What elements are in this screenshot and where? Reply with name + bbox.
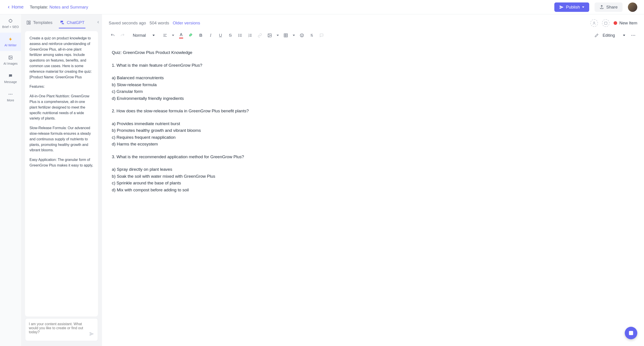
bullet-list-icon xyxy=(238,33,242,38)
top-header: Home Template: Notes and Summary Publish… xyxy=(0,0,644,14)
paragraph-style-select[interactable]: Normal xyxy=(130,32,157,39)
svg-rect-11 xyxy=(29,21,30,23)
numbered-list-button[interactable]: 123 xyxy=(246,31,254,39)
chevron-down-icon xyxy=(172,35,174,36)
publish-button[interactable]: Publish xyxy=(554,3,589,12)
link-icon xyxy=(258,33,262,38)
chevron-down-icon xyxy=(623,35,625,36)
chat-message: Create a quiz on product knowledge to as… xyxy=(30,36,94,80)
svg-rect-44 xyxy=(629,331,633,335)
save-status: Saved seconds ago xyxy=(109,21,146,26)
redo-button[interactable] xyxy=(118,31,126,39)
svg-point-6 xyxy=(10,57,10,57)
chat-input-wrap xyxy=(25,318,98,341)
tab-templates[interactable]: Templates xyxy=(26,18,54,29)
undo-icon xyxy=(110,33,115,38)
toolbar: Normal A B I U S 123 Editing xyxy=(102,30,644,43)
status-dot-icon xyxy=(614,21,617,25)
svg-rect-10 xyxy=(27,21,28,25)
highlight-button[interactable] xyxy=(187,31,195,39)
home-link[interactable]: Home xyxy=(7,5,24,10)
table-dropdown[interactable] xyxy=(292,31,296,39)
svg-point-41 xyxy=(632,35,632,36)
user-icon xyxy=(592,21,596,25)
avatar[interactable] xyxy=(628,3,637,12)
chat-feature-1: All-in-One Plant Nutrition: GreenGrow Pl… xyxy=(30,94,94,121)
upload-icon xyxy=(600,5,604,10)
chat-input[interactable] xyxy=(29,322,89,337)
template-link[interactable]: Notes and Summary xyxy=(50,5,88,10)
answers-2: a) Provides immediate nutrient burst b) … xyxy=(112,121,634,148)
clear-format-icon xyxy=(310,33,314,38)
due-date-placeholder[interactable] xyxy=(602,19,610,27)
image-icon xyxy=(8,55,13,60)
svg-point-38 xyxy=(300,34,304,37)
word-count: 504 words xyxy=(150,21,169,26)
more-button[interactable] xyxy=(629,31,637,39)
chat-bubbles-icon xyxy=(60,20,64,25)
svg-point-8 xyxy=(10,94,11,95)
chevron-left-icon xyxy=(7,5,11,9)
underline-button[interactable]: U xyxy=(216,31,224,39)
svg-point-22 xyxy=(238,36,239,37)
dots-icon xyxy=(631,35,636,36)
svg-point-33 xyxy=(269,35,270,35)
comment-button[interactable] xyxy=(318,31,326,39)
bold-button[interactable]: B xyxy=(197,31,205,39)
clear-format-button[interactable] xyxy=(308,31,316,39)
numbered-list-icon: 123 xyxy=(248,33,252,38)
svg-point-40 xyxy=(302,35,303,35)
document-body[interactable]: Quiz: GreenGrow Plus Product Knowledge 1… xyxy=(102,43,644,346)
sidebar-item-ai-writer[interactable]: AI Writer xyxy=(0,33,21,51)
editing-mode-select[interactable]: Editing xyxy=(600,32,628,39)
sidebar-item-ai-images[interactable]: AI Images xyxy=(0,51,21,69)
chevron-left-icon xyxy=(96,20,100,24)
strike-button[interactable]: S xyxy=(226,31,234,39)
collapse-panel-button[interactable] xyxy=(96,20,100,25)
svg-rect-12 xyxy=(29,23,30,25)
assignee-placeholder[interactable] xyxy=(590,19,598,27)
sidebar-item-more[interactable]: More xyxy=(0,88,21,106)
highlight-icon xyxy=(189,33,193,38)
send-button[interactable] xyxy=(89,331,94,337)
bolt-icon xyxy=(8,37,13,42)
svg-rect-14 xyxy=(604,22,607,25)
svg-point-39 xyxy=(301,35,302,35)
align-dropdown[interactable] xyxy=(171,31,175,39)
image-dropdown[interactable] xyxy=(276,31,280,39)
svg-text:3: 3 xyxy=(248,36,249,37)
versions-link[interactable]: Older versions xyxy=(173,21,200,26)
chevron-down-icon xyxy=(293,35,295,36)
answers-1: a) Balanced macronutrients b) Slow-relea… xyxy=(112,75,634,102)
italic-button[interactable]: I xyxy=(206,31,215,39)
align-left-icon xyxy=(163,33,167,38)
sidebar-item-message[interactable]: Message xyxy=(0,69,21,88)
status-select[interactable]: New Item xyxy=(614,21,637,26)
bullet-list-button[interactable] xyxy=(236,31,244,39)
main: Brief + SEO AI Writer AI Images Message … xyxy=(0,14,644,346)
chevron-down-icon xyxy=(582,7,584,8)
svg-point-43 xyxy=(634,35,635,36)
undo-button[interactable] xyxy=(109,31,117,39)
comment-icon xyxy=(319,33,324,38)
sidebar-item-brief[interactable]: Brief + SEO xyxy=(0,14,21,33)
target-icon xyxy=(8,18,13,23)
image-button[interactable] xyxy=(266,31,274,39)
emoji-icon xyxy=(300,33,304,38)
table-button[interactable] xyxy=(282,31,290,39)
question-2: 2. How does the slow-release formula in … xyxy=(112,108,634,114)
chevron-down-icon xyxy=(152,35,155,36)
share-button[interactable]: Share xyxy=(594,3,622,12)
link-button[interactable] xyxy=(256,31,264,39)
tab-chatgpt[interactable]: ChatGPT xyxy=(59,18,86,29)
help-fab[interactable] xyxy=(625,327,637,339)
bold-icon: B xyxy=(199,33,202,38)
emoji-button[interactable] xyxy=(298,31,306,39)
chat-content: Create a quiz on product knowledge to as… xyxy=(25,31,98,316)
image-icon xyxy=(268,33,272,38)
answers-3: a) Spray directly on plant leaves b) Soa… xyxy=(112,166,634,193)
text-color-button[interactable]: A xyxy=(177,31,185,39)
align-button[interactable] xyxy=(161,31,169,39)
redo-icon xyxy=(120,33,125,38)
svg-point-13 xyxy=(594,22,594,23)
